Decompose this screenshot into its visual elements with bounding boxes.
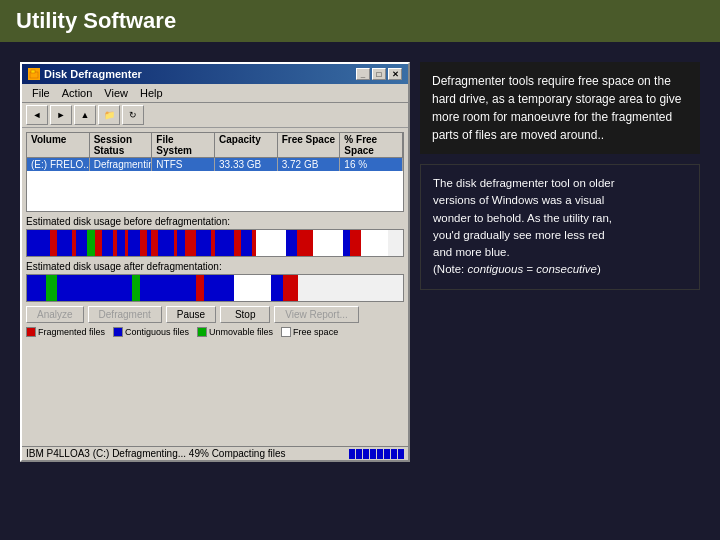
legend-contiguous-label: Contiguous files (125, 327, 189, 337)
legend-unmovable: Unmovable files (197, 327, 273, 337)
cell-freespace: 3.72 GB (278, 158, 341, 171)
cell-filesystem: NTFS (152, 158, 215, 171)
legend: Fragmented files Contiguous files Unmova… (26, 327, 404, 337)
window-titlebar: Disk Defragmenter _ □ ✕ (22, 64, 408, 84)
menu-file[interactable]: File (26, 86, 56, 100)
after-disk-bar (26, 274, 404, 302)
info-boxes: Defragmenter tools require free space on… (420, 62, 700, 462)
legend-free: Free space (281, 327, 338, 337)
volume-table: Volume Session Status File System Capaci… (26, 132, 404, 212)
menu-bar: File Action View Help (22, 84, 408, 103)
before-label: Estimated disk usage before defragmentat… (26, 216, 404, 227)
col-volume: Volume (27, 133, 90, 157)
action-buttons: Analyze Defragment Pause Stop View Repor… (26, 306, 404, 323)
info-bottom-line1: The disk defragmenter tool on older (433, 175, 687, 192)
back-button[interactable]: ◄ (26, 105, 48, 125)
analyze-button[interactable]: Analyze (26, 306, 84, 323)
legend-fragmented-icon (26, 327, 36, 337)
info-bottom-line6: (Note: contiguous = consecutive) (433, 261, 687, 278)
info-top-text: Defragmenter tools require free space on… (432, 74, 681, 142)
cell-volume: (E:) FRELO... (27, 158, 90, 171)
status-bar: IBM P4LLOA3 (C:) Defragmenting... 49% Co… (22, 446, 408, 460)
menu-view[interactable]: View (98, 86, 134, 100)
svg-rect-1 (31, 70, 35, 73)
defragment-button[interactable]: Defragment (88, 306, 162, 323)
menu-help[interactable]: Help (134, 86, 169, 100)
info-bottom-line2: versions of Windows was a visual (433, 192, 687, 209)
view-report-button[interactable]: View Report... (274, 306, 359, 323)
col-filesystem: File System (152, 133, 215, 157)
folder-button[interactable]: 📁 (98, 105, 120, 125)
info-note-italic: contiguous = consecutive (468, 263, 597, 275)
table-row[interactable]: (E:) FRELO... Defragmentin... NTFS 33.33… (27, 158, 403, 171)
cell-pct: 16 % (340, 158, 403, 171)
window-icon (28, 68, 40, 80)
col-status: Session Status (90, 133, 153, 157)
legend-contiguous: Contiguous files (113, 327, 189, 337)
info-bottom-line3: wonder to behold. As the utility ran, (433, 210, 687, 227)
refresh-button[interactable]: ↻ (122, 105, 144, 125)
legend-free-label: Free space (293, 327, 338, 337)
pause-button[interactable]: Pause (166, 306, 216, 323)
maximize-button[interactable]: □ (372, 68, 386, 80)
col-freespace: Free Space (278, 133, 341, 157)
legend-fragmented: Fragmented files (26, 327, 105, 337)
legend-unmovable-icon (197, 327, 207, 337)
titlebar-buttons: _ □ ✕ (356, 68, 402, 80)
forward-button[interactable]: ► (50, 105, 72, 125)
cell-status: Defragmentin... (90, 158, 153, 171)
legend-contiguous-icon (113, 327, 123, 337)
window-title: Disk Defragmenter (44, 68, 142, 80)
stop-button[interactable]: Stop (220, 306, 270, 323)
page-title: Utility Software (0, 0, 720, 42)
after-label: Estimated disk usage after defragmentati… (26, 261, 404, 272)
before-disk-bar (26, 229, 404, 257)
cell-capacity: 33.33 GB (215, 158, 278, 171)
info-box-bottom: The disk defragmenter tool on older vers… (420, 164, 700, 290)
after-defrag-section: Estimated disk usage after defragmentati… (26, 261, 404, 302)
info-note-prefix: (Note: (433, 263, 468, 275)
progress-indicator (349, 449, 404, 459)
info-box-top: Defragmenter tools require free space on… (420, 62, 700, 154)
minimize-button[interactable]: _ (356, 68, 370, 80)
info-note-suffix: ) (597, 263, 601, 275)
info-bottom-line4: you'd gradually see more less red (433, 227, 687, 244)
before-defrag-section: Estimated disk usage before defragmentat… (26, 216, 404, 257)
toolbar: ◄ ► ▲ 📁 ↻ (22, 103, 408, 128)
legend-fragmented-label: Fragmented files (38, 327, 105, 337)
legend-unmovable-label: Unmovable files (209, 327, 273, 337)
col-capacity: Capacity (215, 133, 278, 157)
menu-action[interactable]: Action (56, 86, 99, 100)
col-pct-free: % Free Space (340, 133, 403, 157)
up-button[interactable]: ▲ (74, 105, 96, 125)
close-button[interactable]: ✕ (388, 68, 402, 80)
status-text: IBM P4LLOA3 (C:) Defragmenting... 49% Co… (26, 448, 286, 459)
defrag-window: Disk Defragmenter _ □ ✕ File Action View… (20, 62, 410, 462)
table-header: Volume Session Status File System Capaci… (27, 133, 403, 158)
info-bottom-line5: and more blue. (433, 244, 687, 261)
legend-free-icon (281, 327, 291, 337)
